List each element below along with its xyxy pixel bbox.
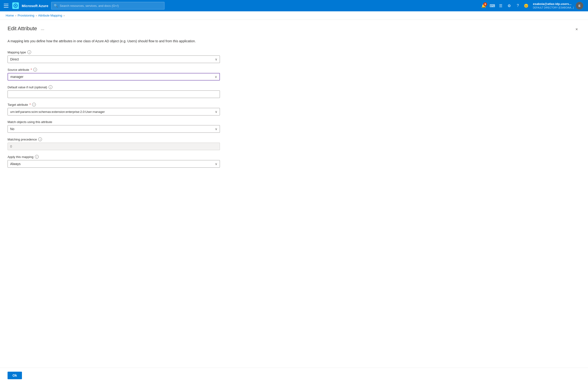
target-attribute-group: Target attribute * i urn:ietf:params:sci… — [8, 103, 220, 115]
user-directory: DEFAULT DIRECTORY (ESABOIAA...) — [533, 6, 574, 9]
matching-precedence-info-icon[interactable]: i — [38, 137, 42, 141]
notification-badge: 8 — [483, 2, 487, 6]
apply-mapping-select[interactable]: Always ∨ — [8, 160, 220, 168]
feedback-button[interactable]: 😊 — [522, 2, 530, 9]
source-attribute-label: Source attribute * i — [8, 68, 220, 71]
user-name: esaboia@atlas-idp.users... — [533, 2, 574, 6]
match-objects-group: Match objects using this attribute No ∨ — [8, 120, 220, 133]
footer: Ok — [0, 368, 588, 383]
mapping-type-info-icon[interactable]: i — [27, 50, 31, 54]
source-attribute-chevron: ∨ — [215, 75, 217, 79]
breadcrumb-sep-2: › — [36, 14, 37, 17]
default-value-group: Default value if null (optional) i — [8, 85, 220, 98]
azure-logo — [12, 2, 19, 9]
edit-attribute-form: Mapping type i Direct ∨ Source attribute… — [8, 50, 580, 168]
apply-mapping-info-icon[interactable]: i — [35, 155, 39, 159]
mapping-type-select[interactable]: Direct ∨ — [8, 55, 220, 63]
source-attribute-select[interactable]: manager ∨ — [8, 73, 220, 81]
mapping-type-group: Mapping type i Direct ∨ — [8, 50, 220, 63]
apply-mapping-group: Apply this mapping i Always ∨ — [8, 155, 220, 168]
more-options-button[interactable]: ... — [40, 26, 45, 32]
breadcrumb-sep-3: › — [63, 14, 64, 17]
matching-precedence-label: Matching precedence i — [8, 137, 220, 141]
target-attribute-chevron: ∨ — [215, 110, 217, 113]
global-search[interactable]: 🔍 Search resources, services, and docs (… — [51, 2, 165, 9]
apply-mapping-value: Always — [10, 162, 21, 166]
match-objects-select[interactable]: No ∨ — [8, 125, 220, 133]
match-objects-chevron: ∨ — [215, 127, 217, 131]
cloud-shell-button[interactable]: ⌨ — [488, 2, 496, 9]
portal-menu-button[interactable]: ☰ — [497, 2, 504, 9]
breadcrumb-sep-1: › — [15, 14, 16, 17]
breadcrumb: Home › Provisioning › Attribute Mapping … — [0, 11, 588, 20]
search-placeholder: Search resources, services, and docs (G+… — [60, 4, 119, 8]
top-navigation: Microsoft Azure 🔍 Search resources, serv… — [0, 0, 588, 11]
source-attribute-required: * — [31, 68, 32, 71]
page-title: Edit Attribute — [8, 25, 37, 32]
default-value-label: Default value if null (optional) i — [8, 85, 220, 89]
source-attribute-value: manager — [10, 75, 23, 79]
user-menu[interactable]: esaboia@atlas-idp.users... DEFAULT DIREC… — [531, 2, 585, 9]
close-button[interactable]: × — [573, 25, 580, 33]
matching-precedence-group: Matching precedence i — [8, 137, 220, 150]
apply-mapping-label: Apply this mapping i — [8, 155, 220, 159]
breadcrumb-provisioning[interactable]: Provisioning — [18, 14, 34, 17]
target-attribute-required: * — [29, 103, 31, 107]
target-attribute-label: Target attribute * i — [8, 103, 220, 107]
hamburger-menu[interactable] — [3, 2, 9, 9]
help-button[interactable]: ? — [514, 2, 522, 9]
nav-actions: 🔔 8 ⌨ ☰ ⚙ ? 😊 esaboia@atlas-idp.users...… — [480, 2, 585, 9]
search-icon: 🔍 — [54, 4, 58, 8]
breadcrumb-home[interactable]: Home — [6, 14, 14, 17]
match-objects-value: No — [10, 127, 14, 131]
apply-mapping-chevron: ∨ — [215, 162, 217, 166]
panel-header: Edit Attribute ... × — [8, 25, 580, 33]
default-value-info-icon[interactable]: i — [49, 85, 52, 89]
ok-button[interactable]: Ok — [8, 372, 22, 379]
mapping-type-value: Direct — [10, 57, 19, 61]
mapping-type-chevron: ∨ — [215, 57, 217, 61]
match-objects-label: Match objects using this attribute — [8, 120, 220, 124]
breadcrumb-current: Attribute Mapping — [38, 14, 62, 17]
brand-name: Microsoft Azure — [22, 4, 48, 8]
target-attribute-value: urn:ietf:params:scim:schemas:extension:e… — [10, 110, 105, 113]
matching-precedence-input — [8, 143, 220, 150]
target-attribute-select[interactable]: urn:ietf:params:scim:schemas:extension:e… — [8, 108, 220, 115]
user-avatar[interactable]: E — [576, 2, 583, 9]
mapping-type-label: Mapping type i — [8, 50, 220, 54]
default-value-input[interactable] — [8, 90, 220, 98]
source-attribute-info-icon[interactable]: i — [33, 68, 37, 71]
settings-button[interactable]: ⚙ — [505, 2, 513, 9]
notifications-button[interactable]: 🔔 8 — [480, 2, 487, 9]
target-attribute-info-icon[interactable]: i — [32, 103, 36, 107]
main-content: Edit Attribute ... × A mapping lets you … — [0, 20, 588, 382]
source-attribute-group: Source attribute * i manager ∨ — [8, 68, 220, 81]
page-description: A mapping lets you define how the attrib… — [8, 39, 196, 44]
